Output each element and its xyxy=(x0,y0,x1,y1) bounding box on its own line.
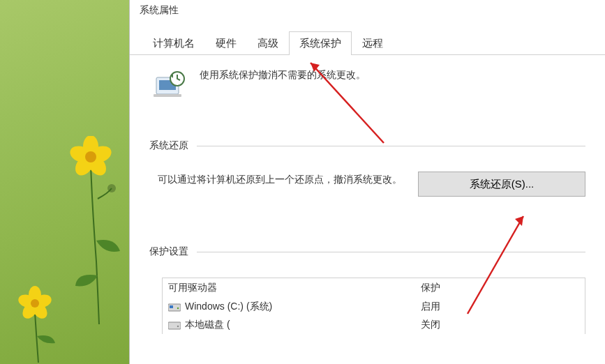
section-heading-protect: 保护设置 xyxy=(149,245,188,258)
section-heading-restore: 系统还原 xyxy=(149,139,188,152)
wallpaper-flower-icon xyxy=(63,136,126,324)
wallpaper-flower-icon xyxy=(10,286,59,363)
table-row[interactable]: Windows (C:) (系统) 启用 xyxy=(163,298,585,316)
os-drive-icon xyxy=(168,302,181,312)
drive-status: 启用 xyxy=(421,301,585,313)
svg-point-21 xyxy=(177,326,179,327)
svg-rect-18 xyxy=(170,305,173,308)
divider xyxy=(197,252,585,252)
desktop-wallpaper xyxy=(0,0,129,364)
drive-table: 可用驱动器 保护 Windows (C:) (系统) 启用 xyxy=(162,278,585,334)
tab-strip: 计算机名 硬件 高级 系统保护 远程 xyxy=(130,31,605,55)
table-header: 可用驱动器 保护 xyxy=(163,278,585,298)
tab-advanced[interactable]: 高级 xyxy=(247,31,289,55)
system-properties-dialog: 系统属性 计算机名 硬件 高级 系统保护 远程 使用系统保护撤消不需要的系统更改… xyxy=(129,0,605,364)
tab-system-protection[interactable]: 系统保护 xyxy=(289,31,352,55)
tab-computer-name[interactable]: 计算机名 xyxy=(142,31,205,55)
system-restore-icon xyxy=(152,69,186,103)
drive-status: 关闭 xyxy=(421,319,585,331)
local-drive-icon xyxy=(168,320,181,330)
drive-name: 本地磁盘 ( xyxy=(185,319,230,331)
divider xyxy=(197,146,585,146)
svg-rect-15 xyxy=(154,94,181,97)
svg-point-19 xyxy=(177,308,179,309)
system-restore-button[interactable]: 系统还原(S)... xyxy=(418,172,585,197)
drive-name: Windows (C:) (系统) xyxy=(185,301,272,313)
col-drive-header: 可用驱动器 xyxy=(163,282,421,294)
table-row[interactable]: 本地磁盘 ( 关闭 xyxy=(163,316,585,334)
restore-description: 可以通过将计算机还原到上一个还原点，撤消系统更改。 xyxy=(158,172,405,188)
svg-rect-20 xyxy=(168,322,181,329)
svg-point-12 xyxy=(31,299,39,308)
tab-content: 使用系统保护撤消不需要的系统更改。 系统还原 可以通过将计算机还原到上一个还原点… xyxy=(130,55,605,364)
tab-hardware[interactable]: 硬件 xyxy=(205,31,247,55)
col-protect-header: 保护 xyxy=(421,282,585,294)
dialog-title: 系统属性 xyxy=(130,0,605,21)
intro-text: 使用系统保护撤消不需要的系统更改。 xyxy=(200,69,366,105)
svg-point-6 xyxy=(85,151,96,162)
tab-remote[interactable]: 远程 xyxy=(352,31,394,55)
